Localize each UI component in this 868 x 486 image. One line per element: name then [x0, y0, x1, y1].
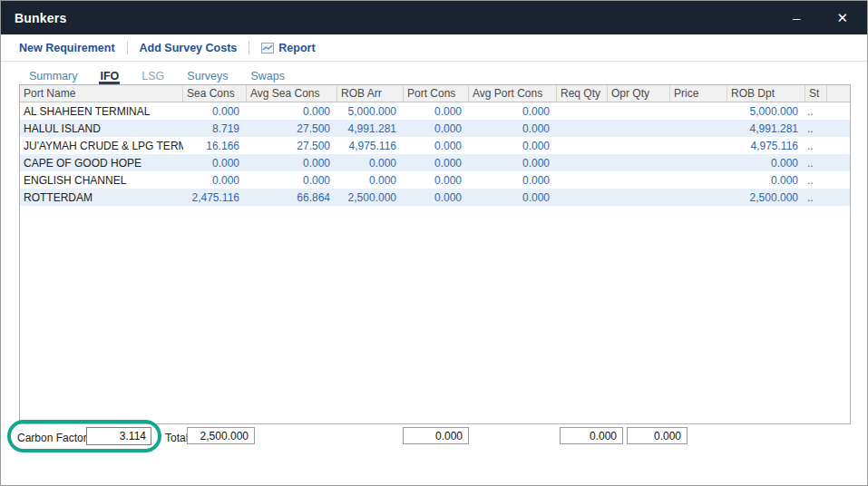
- bunkers-table: Port Name Sea Cons Avg Sea Cons ROB Arr …: [19, 84, 851, 424]
- cell-avg-port-cons[interactable]: 0.000: [469, 157, 557, 170]
- column-header-opr-qty[interactable]: Opr Qty: [608, 85, 670, 102]
- table-row[interactable]: ENGLISH CHANNEL0.0000.0000.0000.0000.000…: [20, 171, 850, 189]
- toolbar-divider: [249, 41, 249, 54]
- cell-port-cons[interactable]: 0.000: [404, 157, 469, 170]
- cell-avg-sea-cons[interactable]: 66.864: [247, 191, 337, 204]
- column-header-st[interactable]: St: [805, 85, 827, 102]
- cell-avg-sea-cons[interactable]: 27.500: [247, 122, 337, 135]
- cell-port[interactable]: JU'AYMAH CRUDE & LPG TERMIN: [20, 140, 183, 152]
- cell-avg-port-cons[interactable]: 0.000: [469, 122, 557, 135]
- window-title: Bunkers: [15, 11, 66, 25]
- cell-port[interactable]: ENGLISH CHANNEL: [20, 174, 183, 187]
- cell-port[interactable]: HALUL ISLAND: [20, 122, 183, 135]
- report-label: Report: [278, 42, 315, 54]
- cell-avg-sea-cons[interactable]: 0.000: [247, 105, 337, 118]
- cell-sea-cons[interactable]: 0.000: [183, 157, 247, 170]
- cell-rob-dpt[interactable]: 5,000.000: [727, 105, 805, 118]
- cell-avg-sea-cons[interactable]: 27.500: [247, 140, 337, 152]
- column-header-req-qty[interactable]: Req Qty: [557, 85, 608, 102]
- table-row[interactable]: ROTTERDAM2,475.11666.8642,500.0000.0000.…: [20, 189, 850, 206]
- cell-avg-port-cons[interactable]: 0.000: [469, 174, 557, 187]
- column-header-rob-dpt[interactable]: ROB Dpt: [727, 85, 805, 102]
- cell-avg-port-cons[interactable]: 0.000: [469, 105, 557, 118]
- column-header-filler: [827, 85, 850, 102]
- title-bar[interactable]: Bunkers – ✕: [1, 1, 867, 34]
- cell-port[interactable]: CAPE OF GOOD HOPE: [20, 157, 183, 170]
- tab-lsg[interactable]: LSG: [141, 70, 165, 84]
- cell-sea-cons[interactable]: 8.719: [183, 122, 247, 135]
- cell-avg-port-cons[interactable]: 0.000: [469, 140, 557, 152]
- cell-st[interactable]: ..: [805, 157, 827, 170]
- carbon-factor-label: Carbon Factor: [17, 432, 87, 444]
- column-header-port-cons[interactable]: Port Cons: [404, 85, 469, 102]
- cell-port-cons[interactable]: 0.000: [404, 191, 469, 204]
- cell-rob-dpt[interactable]: 2,500.000: [727, 191, 805, 204]
- column-header-port-name[interactable]: Port Name: [20, 85, 183, 102]
- cell-st[interactable]: ..: [805, 122, 827, 135]
- toolbar: New Requirement Add Survey Costs Report: [1, 34, 867, 62]
- tab-swaps[interactable]: Swaps: [250, 70, 287, 84]
- cell-rob-dpt[interactable]: 4,991.281: [727, 122, 805, 135]
- total-opr-qty: 0.000: [627, 427, 688, 444]
- bunkers-window: Bunkers – ✕ New Requirement Add Survey C…: [0, 0, 868, 486]
- table-row[interactable]: HALUL ISLAND8.71927.5004,991.2810.0000.0…: [20, 120, 850, 137]
- column-header-sea-cons[interactable]: Sea Cons: [183, 85, 247, 102]
- table-body: AL SHAHEEN TERMINAL0.0000.0005,000.0000.…: [20, 102, 850, 206]
- table-header: Port Name Sea Cons Avg Sea Cons ROB Arr …: [20, 85, 850, 102]
- minimize-button[interactable]: –: [793, 11, 800, 24]
- column-header-avg-port-cons[interactable]: Avg Port Cons: [469, 85, 557, 102]
- report-button[interactable]: Report: [261, 42, 315, 54]
- cell-rob-arr[interactable]: 0.000: [337, 157, 404, 170]
- tab-surveys[interactable]: Surveys: [186, 70, 229, 84]
- cell-rob-arr[interactable]: 4,991.281: [337, 122, 404, 135]
- table-row[interactable]: JU'AYMAH CRUDE & LPG TERMIN16.16627.5004…: [20, 137, 850, 154]
- cell-st[interactable]: ..: [805, 105, 827, 118]
- cell-rob-arr[interactable]: 5,000.000: [337, 105, 404, 118]
- cell-sea-cons[interactable]: 0.000: [183, 174, 247, 187]
- window-controls: – ✕: [793, 11, 853, 24]
- cell-st[interactable]: ..: [805, 174, 827, 187]
- cell-rob-arr[interactable]: 0.000: [337, 174, 404, 187]
- cell-st[interactable]: ..: [805, 140, 827, 152]
- cell-rob-arr[interactable]: 4,975.116: [337, 140, 404, 152]
- table-row[interactable]: CAPE OF GOOD HOPE0.0000.0000.0000.0000.0…: [20, 154, 850, 171]
- cell-rob-dpt[interactable]: 0.000: [727, 174, 805, 187]
- cell-port-cons[interactable]: 0.000: [404, 140, 469, 152]
- cell-rob-dpt[interactable]: 4,975.116: [727, 140, 805, 152]
- cell-port-cons[interactable]: 0.000: [404, 122, 469, 135]
- total-port-cons: 0.000: [403, 427, 469, 444]
- cell-sea-cons[interactable]: 16.166: [183, 140, 247, 152]
- table-row[interactable]: AL SHAHEEN TERMINAL0.0000.0005,000.0000.…: [20, 102, 850, 120]
- total-label: Total: [165, 432, 188, 444]
- cell-st[interactable]: ..: [805, 191, 827, 204]
- cell-avg-sea-cons[interactable]: 0.000: [247, 174, 337, 187]
- new-requirement-button[interactable]: New Requirement: [19, 42, 115, 54]
- add-survey-costs-button[interactable]: Add Survey Costs: [140, 42, 238, 54]
- column-header-price[interactable]: Price: [670, 85, 727, 102]
- total-sea-cons: 2,500.000: [187, 427, 255, 444]
- tab-bar: Summary IFO LSG Surveys Swaps: [1, 62, 867, 84]
- cell-rob-dpt[interactable]: 0.000: [727, 157, 805, 170]
- cell-port-cons[interactable]: 0.000: [404, 174, 469, 187]
- column-header-avg-sea-cons[interactable]: Avg Sea Cons: [247, 85, 337, 102]
- tab-summary[interactable]: Summary: [28, 70, 78, 84]
- cell-port[interactable]: ROTTERDAM: [20, 191, 183, 204]
- close-button[interactable]: ✕: [836, 11, 848, 24]
- cell-rob-arr[interactable]: 2,500.000: [337, 191, 404, 204]
- cell-sea-cons[interactable]: 2,475.116: [183, 191, 247, 204]
- report-icon: [261, 43, 274, 53]
- cell-port-cons[interactable]: 0.000: [404, 105, 469, 118]
- cell-port[interactable]: AL SHAHEEN TERMINAL: [20, 105, 183, 118]
- toolbar-divider: [127, 41, 128, 54]
- total-req-qty: 0.000: [560, 427, 623, 444]
- cell-avg-port-cons[interactable]: 0.000: [469, 191, 557, 204]
- cell-sea-cons[interactable]: 0.000: [183, 105, 247, 118]
- carbon-factor-input[interactable]: [86, 427, 151, 445]
- column-header-rob-arr[interactable]: ROB Arr: [337, 85, 404, 102]
- tab-ifo[interactable]: IFO: [99, 70, 120, 84]
- cell-avg-sea-cons[interactable]: 0.000: [247, 157, 337, 170]
